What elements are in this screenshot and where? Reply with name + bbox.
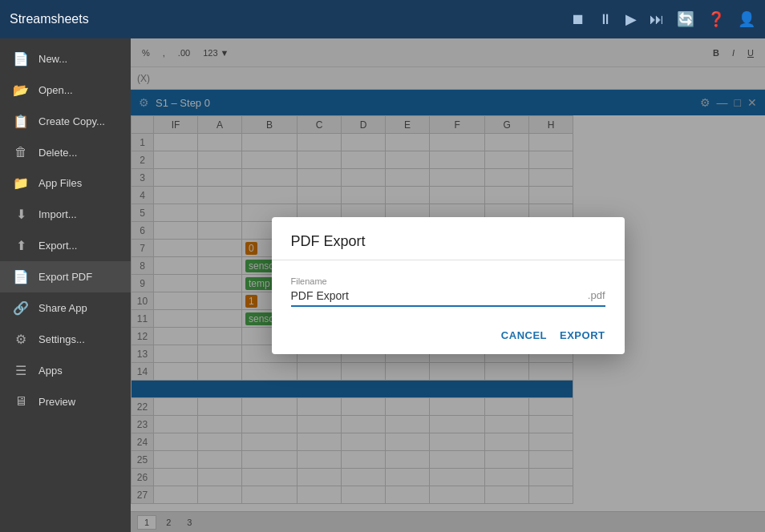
apps-icon: ☰ — [13, 363, 29, 378]
file-extension: .pdf — [588, 289, 605, 301]
sidebar-item-share-app[interactable]: 🔗 Share App — [0, 292, 131, 324]
share-icon: 🔗 — [13, 300, 29, 316]
app-title: Streamsheets — [10, 12, 89, 26]
user-icon[interactable]: 👤 — [738, 10, 755, 28]
filename-input[interactable] — [291, 289, 588, 302]
sidebar-item-create-copy[interactable]: 📋 Create Copy... — [0, 106, 131, 137]
top-nav: Streamsheets ⏹ ⏸ ▶ ⏭ 🔄 ❓ 👤 — [0, 0, 765, 38]
new-icon: 📄 — [13, 51, 29, 66]
sidebar-item-apps[interactable]: ☰ Apps — [0, 355, 131, 386]
sidebar-item-settings[interactable]: ⚙ Settings... — [0, 324, 131, 355]
filename-input-row: .pdf — [291, 289, 605, 307]
cancel-button[interactable]: CANCEL — [501, 329, 547, 341]
content-area: % , .00 123 ▼ B I U (X) ⚙ S1 – Step 0 ⚙ … — [131, 38, 765, 532]
sidebar-item-export[interactable]: ⬆ Export... — [0, 230, 131, 261]
dialog-title: PDF Export — [272, 217, 625, 260]
nav-controls: ⏹ ⏸ ▶ ⏭ 🔄 ❓ 👤 — [571, 10, 755, 28]
sidebar-item-delete[interactable]: 🗑 Delete... — [0, 137, 131, 167]
help-icon[interactable]: ❓ — [707, 10, 725, 28]
settings-icon: ⚙ — [13, 332, 29, 347]
play-icon[interactable]: ▶ — [625, 10, 637, 28]
sidebar-item-open[interactable]: 📂 Open... — [0, 75, 131, 106]
dialog-actions: CANCEL EXPORT — [272, 320, 625, 354]
stop-icon[interactable]: ⏹ — [571, 11, 585, 28]
sidebar-item-app-files[interactable]: 📁 App Files — [0, 167, 131, 199]
sidebar: 📄 New... 📂 Open... 📋 Create Copy... 🗑 De… — [0, 38, 131, 532]
export-icon: ⬆ — [13, 238, 29, 253]
sidebar-item-import[interactable]: ⬇ Import... — [0, 199, 131, 230]
dialog-body: Filename .pdf — [272, 260, 625, 320]
import-icon: ⬇ — [13, 207, 29, 222]
filename-label: Filename — [291, 276, 605, 286]
loop-icon[interactable]: 🔄 — [677, 10, 694, 28]
sidebar-item-preview[interactable]: 🖥 Preview — [0, 386, 131, 417]
sidebar-item-export-pdf[interactable]: 📄 Export PDF — [0, 261, 131, 292]
modal-overlay: PDF Export Filename .pdf CANCEL EXPORT — [131, 38, 765, 532]
pdf-export-dialog: PDF Export Filename .pdf CANCEL EXPORT — [272, 217, 625, 354]
pdf-icon: 📄 — [13, 269, 29, 284]
preview-icon: 🖥 — [13, 394, 29, 409]
open-icon: 📂 — [13, 83, 29, 98]
appfiles-icon: 📁 — [13, 175, 29, 191]
main-layout: 📄 New... 📂 Open... 📋 Create Copy... 🗑 De… — [0, 38, 765, 532]
skip-icon[interactable]: ⏭ — [650, 11, 664, 28]
copy-icon: 📋 — [13, 114, 29, 129]
sidebar-item-new[interactable]: 📄 New... — [0, 43, 131, 75]
delete-icon: 🗑 — [13, 145, 29, 159]
pause-icon[interactable]: ⏸ — [598, 11, 613, 28]
export-button[interactable]: EXPORT — [560, 329, 605, 341]
